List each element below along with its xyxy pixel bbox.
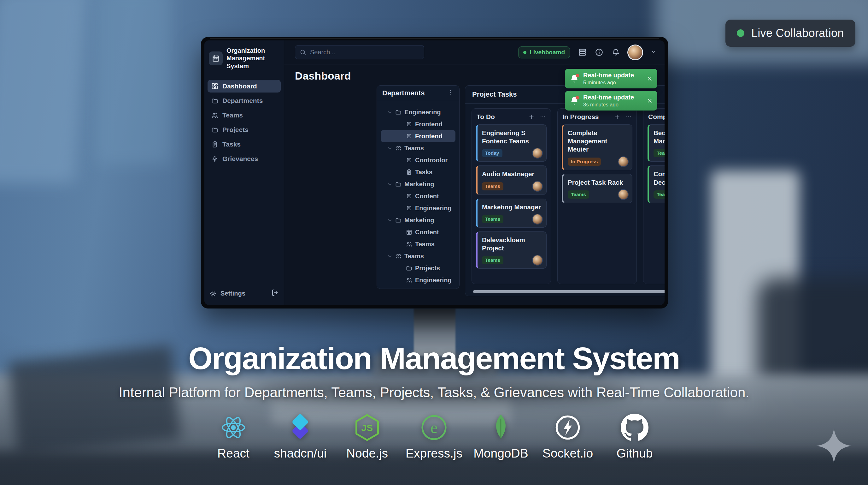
profile-menu-button[interactable] [650,49,656,56]
users-icon [406,241,412,247]
tech-stack-row: React shadcn/ui JS Node.js e Express.js … [0,413,868,460]
tree-item-teams[interactable]: Teams [381,142,456,154]
sidebar-item-projects[interactable]: Projects [208,123,281,136]
users-icon [395,145,402,151]
tree-item-teams-child[interactable]: Teams [381,238,456,250]
toast-notification[interactable]: Real-time update 3s minutes ago [565,91,657,111]
sidebar-item-departments[interactable]: Departments [208,94,281,107]
tree-item-label: Marketing [404,181,434,188]
tree-item-frontend-selected[interactable]: Frontend [381,130,456,142]
info-button[interactable] [595,48,603,57]
tree-item-projects-child[interactable]: Projects [381,262,456,274]
task-title: Complete Management Meuier [568,129,628,154]
module-icon [406,193,412,199]
collapse-sidebar-button[interactable] [271,289,279,298]
chevron-down-icon [387,146,392,151]
search-input[interactable] [310,49,420,56]
tree-item-label: Engineering [415,277,452,284]
task-card[interactable]: Engineering S Fontenc Teams Today [476,124,547,162]
folder-icon [395,109,402,115]
task-card[interactable]: Complete Management Meuier In Progress [562,124,632,170]
tree-item-marketing[interactable]: Marketing [381,178,456,190]
column-menu-button[interactable] [540,114,546,120]
folder-icon [395,217,402,223]
tree-item-controller[interactable]: Controolor [381,154,456,166]
sidebar-item-teams[interactable]: Teams [208,109,281,121]
gear-icon[interactable] [210,290,216,297]
toast-time: 5 minutes ago [583,80,634,86]
bell-icon [612,48,620,57]
departments-menu-button[interactable] [447,89,454,97]
folder-icon [395,181,402,187]
tree-item-label: Content [415,193,439,200]
tree-item-label: Teams [415,240,435,248]
rows-icon [578,48,587,57]
tree-item-engineering[interactable]: Engineering [381,106,456,118]
sidebar-item-tasks[interactable]: Tasks [208,138,281,151]
task-card[interactable]: Audio Mastnager Teams [476,166,547,195]
search-box[interactable] [295,45,424,59]
tech-label: Node.js [346,447,388,460]
assignee-avatar [533,181,542,191]
task-card[interactable]: Marketing Manager Teams [476,199,547,228]
task-title: Marketing Manager [482,203,542,211]
hero-title: Organization Management System [0,340,868,376]
user-avatar[interactable] [628,46,642,59]
tree-item-marketing-2[interactable]: Marketing [381,214,456,226]
add-card-button[interactable] [528,114,535,120]
assignee-avatar [533,215,542,224]
tech-label: shadcn/ui [274,447,327,460]
task-title: Project Task Rack [568,178,628,187]
notifications-button[interactable] [612,48,620,57]
kanban-columns: To Do Engineering S Fontenc Teams Today [465,104,664,284]
tree-item-content[interactable]: Content [381,190,456,202]
sidebar-item-grievances[interactable]: Grievances [208,152,281,165]
project-tasks-panel: Project Tasks To Do [465,85,664,296]
assignee-avatar [533,255,542,265]
list-view-button[interactable] [578,48,587,57]
tree-item-engineering-child-2[interactable]: Engineering [381,274,456,286]
chevron-down-icon [387,110,392,115]
toast-notification[interactable]: Real-time update 5 minutes ago [565,69,657,88]
kanban-column-in-progress: In Progress Complete Management Meuier I… [557,108,637,284]
task-card[interactable]: Beoitliko Management Tasks Teams [648,124,664,162]
task-badge: Teams [482,256,503,264]
task-title: Delevackloam Project [482,236,542,252]
column-title: To Do [476,113,495,121]
bell-alert-icon [569,74,580,84]
horizontal-scrollbar[interactable] [473,290,664,293]
add-card-button[interactable] [614,114,620,120]
app-logo-calendar-icon [209,52,223,65]
react-icon [219,413,248,442]
sidebar-item-label: Dashboard [222,82,257,90]
tree-item-content-2[interactable]: Content [381,226,456,238]
tech-label: MongoDB [473,447,528,460]
hero-subtitle: Internal Platform for Departments, Teams… [0,384,868,400]
column-menu-button[interactable] [625,114,632,120]
tech-express: e Express.js [410,413,458,460]
task-card[interactable]: Delevackloam Project Teams [476,231,547,269]
sidebar-item-label: Teams [222,111,243,119]
task-badge: In Progress [568,158,601,166]
settings-label[interactable]: Settings [220,290,245,297]
sidebar-item-dashboard[interactable]: Dashboard [208,80,281,92]
tree-item-tasks[interactable]: Tasks [381,166,456,178]
task-card[interactable]: Completed Decvoens Teams [648,166,664,203]
assignee-avatar [619,190,628,199]
tree-item-label: Frontend [415,121,442,128]
sidebar-footer: Settings [205,282,284,305]
expressjs-icon: e [420,413,448,442]
tree-item-label: Teams [404,145,424,152]
tech-label: React [217,447,249,460]
task-card[interactable]: Project Task Rack Teams [562,174,632,203]
module-icon [406,205,412,211]
close-icon[interactable] [647,76,653,82]
tree-item-label: Controolor [415,156,447,164]
close-icon[interactable] [647,97,653,104]
brand-name-line2: Management System [226,54,279,70]
tree-item-teams-2[interactable]: Teams [381,250,456,262]
departments-title: Departments [382,89,425,97]
tree-item-frontend[interactable]: Frontend [381,118,456,130]
liveboard-pill[interactable]: Livebboamd [518,47,570,58]
tree-item-engineering-child[interactable]: Engineering [381,202,456,214]
